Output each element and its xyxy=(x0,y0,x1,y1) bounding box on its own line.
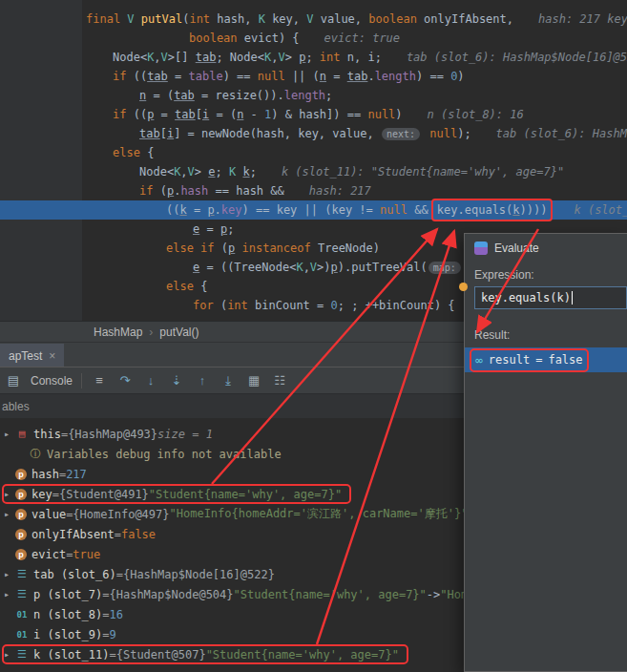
evaluate-title-label: Evaluate xyxy=(494,242,539,255)
code-token: length xyxy=(284,89,325,102)
variable-text: = xyxy=(115,528,121,541)
breadcrumb-class[interactable]: HashMap xyxy=(94,326,142,339)
code-token: value, xyxy=(321,12,369,26)
code-token: boolean xyxy=(189,32,244,45)
code-token: = xyxy=(168,70,189,83)
expand-chevron-icon[interactable]: ▸ xyxy=(4,509,15,519)
variable-text: onlyIfAbsent xyxy=(31,528,115,541)
code-token: V xyxy=(161,51,168,64)
code-line-current[interactable]: ((k = p.key) == key || (key != null && k… xyxy=(0,200,627,220)
result-label: Result: xyxy=(465,309,627,347)
code-token: V xyxy=(278,51,284,64)
code-line[interactable]: if (p.hash == hash &&hash: 217 xyxy=(0,181,627,200)
expression-label: Expression: xyxy=(465,261,627,286)
variable-text: p (slot_7) xyxy=(33,588,102,601)
result-row[interactable]: ∞ result = false xyxy=(465,347,627,372)
code-token: V xyxy=(188,165,195,178)
tab-maptest[interactable]: apTest × xyxy=(0,344,64,368)
expand-chevron-icon[interactable]: ▸ xyxy=(4,429,15,439)
expand-chevron-icon[interactable]: ▸ xyxy=(4,569,15,579)
code-token: tab xyxy=(174,89,195,102)
code-token: ( xyxy=(221,242,228,255)
variable-text: k (slot_11) xyxy=(33,648,109,662)
inline-debug-hint: k (slot_11): xyxy=(549,203,627,217)
expand-chevron-icon[interactable]: ▸ xyxy=(4,489,15,499)
code-token: final xyxy=(86,12,127,26)
variable-text: "Student{name='why', age=7}" xyxy=(206,648,399,662)
code-token: e xyxy=(208,165,215,178)
expand-chevron-icon[interactable]: ▸ xyxy=(4,589,15,599)
expression-input[interactable]: key.equals(k) xyxy=(474,286,627,309)
code-token: ; xyxy=(325,89,332,102)
code-token: binCount = xyxy=(255,299,330,312)
ide-debug-window: final V putVal(int hash, K key, V value,… xyxy=(0,0,627,672)
code-line[interactable]: final V putVal(int hash, K key, V value,… xyxy=(0,10,627,29)
code-token: ) xyxy=(395,108,402,121)
variable-text: evict xyxy=(31,548,66,561)
step-over-icon[interactable]: ↷ xyxy=(116,372,134,389)
variable-text: = xyxy=(109,648,115,662)
inline-debug-hint: tab (slot_6): HashMap$Node[16]@522 xyxy=(382,51,627,64)
code-token: 0 xyxy=(331,299,338,312)
variable-text: = xyxy=(102,608,109,621)
code-line[interactable]: Node<K,V> e; K k;k (slot_11): "Student{n… xyxy=(0,162,627,181)
code-line[interactable]: if ((p = tab[i = (n - 1) & hash]) == nul… xyxy=(0,105,627,124)
code-token: tab xyxy=(175,108,196,121)
code-token: V xyxy=(306,12,320,26)
tab-label: apTest xyxy=(9,349,42,363)
step-out-icon[interactable]: ↑ xyxy=(194,372,211,389)
code-token: [ xyxy=(196,108,202,121)
parameter-icon: p xyxy=(15,469,27,480)
code-token: tab xyxy=(139,127,160,140)
inline-debug-hint: tab (slot_6): HashMap$No xyxy=(471,127,627,140)
evaluate-popup-title[interactable]: Evaluate xyxy=(465,234,627,261)
code-token: > xyxy=(195,165,208,178)
breakpoint-marker-dot xyxy=(459,283,468,291)
code-token: V xyxy=(310,261,317,274)
variable-text: value xyxy=(31,508,66,521)
code-token: ) xyxy=(457,70,464,83)
code-token: next: xyxy=(382,128,420,140)
step-into-icon[interactable]: ↓ xyxy=(142,372,159,389)
code-token: onlyIfAbsent, xyxy=(424,12,513,26)
code-token: = xyxy=(326,70,347,83)
code-token: ; xyxy=(227,222,234,236)
code-token: TreeNode) xyxy=(311,242,380,255)
code-token: = xyxy=(199,222,220,236)
tab-console[interactable]: Console xyxy=(31,374,73,388)
code-token: int xyxy=(320,51,347,64)
force-step-into-icon[interactable]: ⇣ xyxy=(168,372,185,389)
view-options-icon[interactable]: ≡ xyxy=(91,372,108,389)
code-line[interactable]: if ((tab = table) == null || (n = tab.le… xyxy=(0,67,627,86)
code-token: >[] xyxy=(168,51,196,64)
code-line[interactable]: n = (tab = resize()).length; xyxy=(0,86,627,105)
code-line[interactable]: boolean evict) {evict: true xyxy=(0,29,627,48)
close-icon[interactable]: × xyxy=(49,349,55,363)
code-line[interactable]: tab[i] = newNode(hash, key, value, next:… xyxy=(0,124,627,143)
variable-text: "Student{name='why', age=7}" xyxy=(149,488,342,501)
run-to-cursor-icon[interactable]: ⤓ xyxy=(219,372,237,389)
code-token: if xyxy=(139,184,160,198)
code-token: null xyxy=(380,203,408,217)
code-line[interactable]: Node<K,V>[] tab; Node<K,V> p; int n, i;t… xyxy=(0,48,627,67)
variable-text: = xyxy=(116,568,123,581)
variable-icon: ☰ xyxy=(15,588,29,600)
code-line[interactable]: else { xyxy=(0,143,627,162)
code-token: . xyxy=(367,70,374,83)
code-token: ; Node< xyxy=(216,51,264,64)
layout-icon[interactable]: ☷ xyxy=(271,372,288,389)
expand-chevron-icon[interactable]: ▸ xyxy=(4,649,15,660)
code-token: ) == key || (key != xyxy=(242,203,381,217)
variable-text: 9 xyxy=(109,628,115,641)
variable-text: {HashMap$Node@504} xyxy=(109,588,233,601)
code-token: else if xyxy=(166,242,221,255)
variable-text: {HashMap@493} xyxy=(68,428,157,441)
variable-text: tab (slot_6) xyxy=(33,568,116,581)
view-grid-icon[interactable]: ▦ xyxy=(245,372,262,389)
code-token: Node< xyxy=(113,51,147,64)
code-token: K xyxy=(259,12,272,26)
code-token: V xyxy=(127,12,140,26)
code-token: || ( xyxy=(285,70,320,83)
breadcrumb-method[interactable]: putVal() xyxy=(159,326,199,339)
code-token: tab xyxy=(196,51,217,64)
